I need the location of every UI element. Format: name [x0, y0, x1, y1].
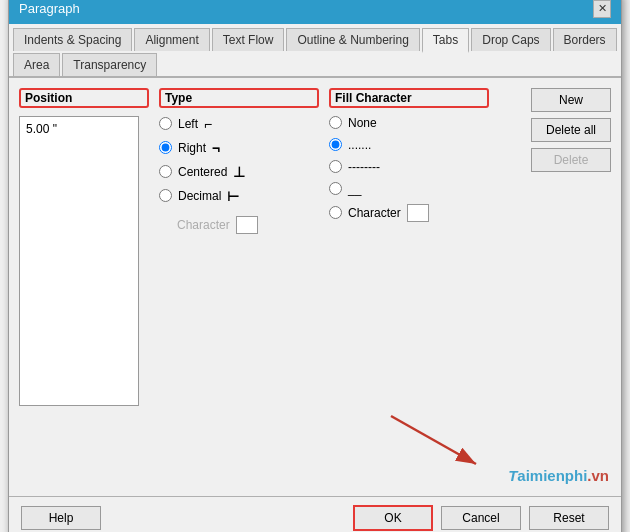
- watermark: Taimienphi.vn: [508, 467, 609, 484]
- tab-drop-caps[interactable]: Drop Caps: [471, 28, 550, 51]
- fill-dashes-row: --------: [329, 160, 489, 174]
- type-right-label[interactable]: Right: [178, 141, 206, 155]
- help-button[interactable]: Help: [21, 506, 101, 530]
- fill-none-label[interactable]: None: [348, 116, 377, 130]
- ok-button[interactable]: OK: [353, 505, 433, 531]
- type-label: Type: [159, 88, 319, 108]
- fill-character-section: Fill Character None ....... -------- __ …: [329, 88, 489, 406]
- type-character-input[interactable]: [236, 216, 258, 234]
- type-right-row: Right ¬: [159, 140, 319, 156]
- type-right-icon: ¬: [212, 140, 232, 156]
- watermark-suffix: .vn: [587, 467, 609, 484]
- tab-tabs[interactable]: Tabs: [422, 28, 469, 53]
- dialog-title: Paragraph: [19, 1, 80, 16]
- type-left-icon: ⌐: [204, 116, 224, 132]
- fill-dashes-label[interactable]: --------: [348, 160, 380, 174]
- bottom-right-buttons: OK Cancel Reset: [353, 505, 609, 531]
- fill-dots-row: .......: [329, 138, 489, 152]
- fill-dots-radio[interactable]: [329, 138, 342, 151]
- cancel-button[interactable]: Cancel: [441, 506, 521, 530]
- tab-borders[interactable]: Borders: [553, 28, 617, 51]
- position-label: Position: [19, 88, 149, 108]
- type-centered-label[interactable]: Centered: [178, 165, 227, 179]
- type-section: Type Left ⌐ Right ¬ Centered ⊥ Decimal ⊢: [159, 88, 319, 406]
- type-decimal-label[interactable]: Decimal: [178, 189, 221, 203]
- tab-indents-spacing[interactable]: Indents & Spacing: [13, 28, 132, 51]
- new-button[interactable]: New: [531, 88, 611, 112]
- tab-area[interactable]: Area: [13, 53, 60, 76]
- tab-alignment[interactable]: Alignment: [134, 28, 209, 51]
- type-left-label[interactable]: Left: [178, 117, 198, 131]
- type-character-label: Character: [177, 218, 230, 232]
- fill-character-row: Character: [329, 204, 489, 222]
- position-section: Position 5.00 ": [19, 88, 149, 406]
- title-bar: Paragraph ✕: [9, 0, 621, 24]
- type-decimal-icon: ⊢: [227, 188, 247, 204]
- fill-dots-label[interactable]: .......: [348, 138, 371, 152]
- fill-underline-label[interactable]: __: [348, 182, 361, 196]
- fill-none-radio[interactable]: [329, 116, 342, 129]
- tab-outline-numbering[interactable]: Outline & Numbering: [286, 28, 419, 51]
- position-list[interactable]: 5.00 ": [19, 116, 139, 406]
- type-right-radio[interactable]: [159, 141, 172, 154]
- fill-character-option-label[interactable]: Character: [348, 206, 401, 220]
- tab-text-flow[interactable]: Text Flow: [212, 28, 285, 51]
- fill-character-label: Fill Character: [329, 88, 489, 108]
- fill-none-row: None: [329, 116, 489, 130]
- content-area: Position 5.00 " Type Left ⌐ Right ¬ Cent…: [9, 78, 621, 416]
- delete-button[interactable]: Delete: [531, 148, 611, 172]
- arrow-area: Taimienphi.vn: [9, 416, 621, 496]
- fill-underline-row: __: [329, 182, 489, 196]
- svg-line-1: [391, 416, 476, 464]
- delete-all-button[interactable]: Delete all: [531, 118, 611, 142]
- type-centered-icon: ⊥: [233, 164, 253, 180]
- reset-button[interactable]: Reset: [529, 506, 609, 530]
- close-button[interactable]: ✕: [593, 0, 611, 18]
- fill-underline-radio[interactable]: [329, 182, 342, 195]
- right-buttons: New Delete all Delete: [531, 88, 611, 406]
- watermark-text: aimienphi: [517, 467, 587, 484]
- position-list-item[interactable]: 5.00 ": [24, 121, 134, 137]
- type-centered-row: Centered ⊥: [159, 164, 319, 180]
- paragraph-dialog: Paragraph ✕ Indents & Spacing Alignment …: [8, 0, 622, 532]
- type-left-row: Left ⌐: [159, 116, 319, 132]
- type-decimal-row: Decimal ⊢: [159, 188, 319, 204]
- bottom-bar: Help OK Cancel Reset: [9, 496, 621, 533]
- type-left-radio[interactable]: [159, 117, 172, 130]
- type-decimal-radio[interactable]: [159, 189, 172, 202]
- tab-transparency[interactable]: Transparency: [62, 53, 157, 76]
- fill-dashes-radio[interactable]: [329, 160, 342, 173]
- fill-character-radio[interactable]: [329, 206, 342, 219]
- fill-character-input[interactable]: [407, 204, 429, 222]
- watermark-t: T: [508, 467, 517, 484]
- tab-bar: Indents & Spacing Alignment Text Flow Ou…: [9, 24, 621, 78]
- type-character-row: Character: [177, 216, 319, 234]
- arrow-indicator: [381, 406, 501, 476]
- type-centered-radio[interactable]: [159, 165, 172, 178]
